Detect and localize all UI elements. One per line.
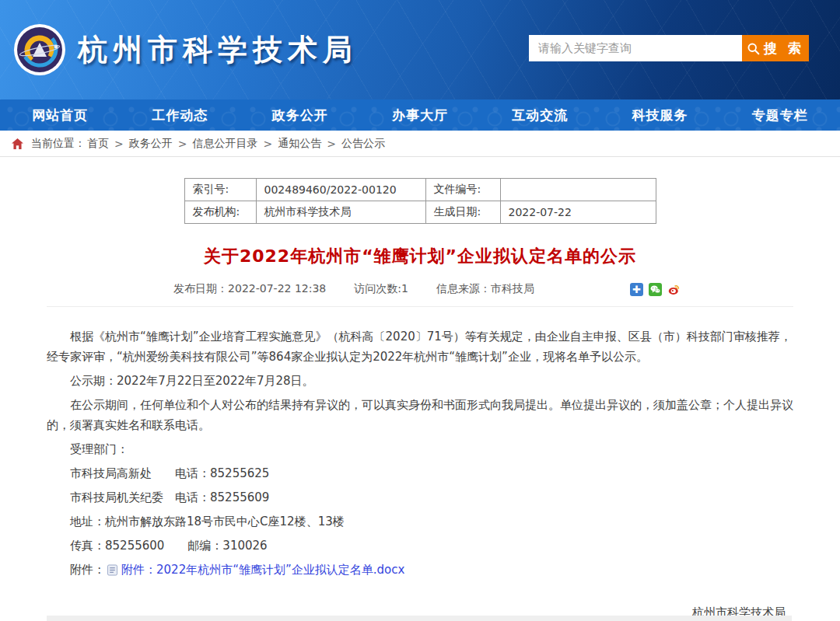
page: 杭州市科学技术局 搜 索 网站首页 工作动态 政务公开 办事大厅 互动交流 科技… [0, 0, 840, 621]
breadcrumb-public-announcements[interactable]: 公告公示 [341, 137, 385, 151]
gen-date-label: 生成日期: [425, 201, 500, 224]
publisher-value: 杭州市科学技术局 [256, 201, 425, 224]
search-button[interactable]: 搜 索 [742, 35, 809, 61]
search-bar: 搜 索 [529, 35, 809, 61]
share-toolbar: ✚ [630, 283, 681, 296]
breadcrumb-gov-affairs[interactable]: 政务公开 [129, 137, 173, 151]
doc-number-label: 文件编号: [425, 179, 500, 201]
breadcrumb-info-catalog[interactable]: 信息公开目录 [192, 137, 257, 151]
paragraph: 受理部门： [47, 439, 793, 459]
breadcrumb-separator: > [263, 138, 272, 150]
main-nav: 网站首页 工作动态 政务公开 办事大厅 互动交流 科技服务 专题专栏 [0, 99, 840, 131]
info-source: 信息来源：市科技局 [436, 282, 534, 296]
index-number-value: 002489460/2022-00120 [256, 179, 425, 201]
paragraph: 地址：杭州市解放东路18号市民中心C座12楼、13楼 [47, 511, 793, 532]
publish-date: 发布日期：2022-07-22 12:38 [173, 282, 326, 296]
paragraph: 市科技局机关纪委 电话：85255609 [47, 487, 793, 508]
breadcrumb-home[interactable]: 首页 [87, 137, 109, 151]
search-button-label: 搜 索 [764, 40, 804, 58]
attachment-line: 附件： 附件：2022年杭州市“雏鹰计划”企业拟认定名单.docx [47, 560, 793, 580]
doc-number-value [500, 179, 656, 201]
nav-item-gov-affairs[interactable]: 政务公开 [240, 99, 360, 131]
nav-item-tech-services[interactable]: 科技服务 [600, 99, 719, 131]
visit-count: 访问次数:1 [354, 282, 408, 296]
weibo-share-icon[interactable] [667, 283, 681, 296]
doc-info-table: 索引号: 002489460/2022-00120 文件编号: 发布机构: 杭州… [184, 178, 656, 224]
nav-item-work-news[interactable]: 工作动态 [120, 99, 240, 131]
wechat-share-icon[interactable] [649, 283, 662, 296]
nav-item-service-hall[interactable]: 办事大厅 [360, 99, 480, 131]
gen-date-value: 2022-07-22 [500, 201, 656, 224]
article-content: 索引号: 002489460/2022-00120 文件编号: 发布机构: 杭州… [0, 178, 840, 621]
index-number-label: 索引号: [184, 179, 256, 201]
site-title: 杭州市科学技术局 [78, 30, 358, 70]
site-logo-icon [12, 23, 67, 77]
search-input[interactable] [529, 35, 742, 61]
paragraph: 市科技局高新处 电话：85255625 [47, 463, 793, 483]
article-meta: 发布日期：2022-07-22 12:38 访问次数:1 信息来源：市科技局 ✚ [47, 268, 793, 307]
share-plus-icon[interactable]: ✚ [630, 283, 643, 296]
attachment-link[interactable]: 附件：2022年杭州市“雏鹰计划”企业拟认定名单.docx [121, 560, 404, 580]
nav-item-special-topics[interactable]: 专题专栏 [720, 99, 840, 131]
magnifier-icon [747, 42, 760, 55]
home-icon [12, 138, 23, 149]
table-row: 发布机构: 杭州市科学技术局 生成日期: 2022-07-22 [184, 201, 656, 224]
breadcrumb-separator: > [114, 138, 124, 150]
nav-item-interaction[interactable]: 互动交流 [480, 99, 600, 131]
article-title: 关于2022年杭州市“雏鹰计划”企业拟认定名单的公示 [47, 245, 793, 268]
breadcrumb-separator: > [327, 138, 336, 150]
publisher-label: 发布机构: [184, 201, 256, 224]
footer-bar [47, 616, 792, 621]
paragraph: 公示期：2022年7月22日至2022年7月28日。 [47, 371, 793, 391]
site-header: 杭州市科学技术局 搜 索 [0, 0, 840, 99]
breadcrumb-prefix: 当前位置： [31, 137, 86, 151]
attachment-label: 附件： [70, 560, 105, 580]
paragraph: 根据《杭州市“雏鹰计划”企业培育工程实施意见》（杭科高〔2020〕71号）等有关… [47, 326, 793, 367]
nav-item-home[interactable]: 网站首页 [0, 99, 120, 131]
breadcrumb-separator: > [178, 138, 187, 150]
breadcrumb: 当前位置： 首页 > 政务公开 > 信息公开目录 > 通知公告 > 公告公示 [0, 131, 840, 157]
paragraph: 在公示期间，任何单位和个人对公布的结果持有异议的，可以真实身份和书面形式向我局提… [47, 395, 793, 435]
breadcrumb-notices[interactable]: 通知公告 [278, 137, 321, 151]
table-row: 索引号: 002489460/2022-00120 文件编号: [184, 179, 656, 201]
document-icon [107, 564, 118, 576]
paragraph: 传真：85255600 邮编：310026 [47, 536, 793, 556]
article-body: 根据《杭州市“雏鹰计划”企业培育工程实施意见》（杭科高〔2020〕71号）等有关… [47, 326, 793, 580]
